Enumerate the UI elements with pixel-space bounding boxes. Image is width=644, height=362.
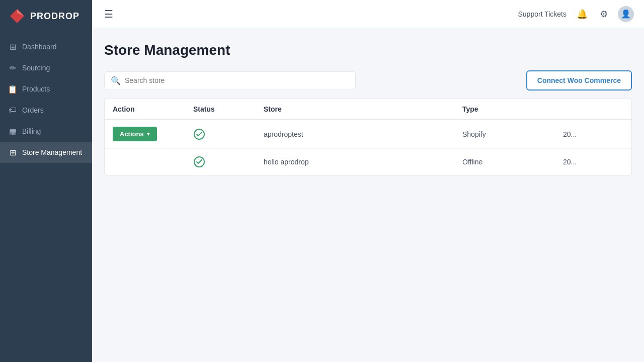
search-input[interactable]: [125, 76, 349, 84]
sidebar-item-label: Products: [22, 85, 50, 93]
table-header: Action Status Store Type: [105, 99, 631, 120]
search-icon: 🔍: [111, 76, 121, 85]
actions-button[interactable]: Actions ▾: [113, 127, 157, 141]
row2-status-cell: [193, 156, 264, 168]
support-tickets-link[interactable]: Support Tickets: [518, 10, 567, 18]
billing-icon: ▦: [8, 127, 17, 136]
column-date: [563, 105, 623, 113]
sourcing-icon: ✏: [8, 63, 17, 72]
sidebar-logo: PRODROP: [0, 0, 92, 32]
column-status: Status: [193, 105, 264, 113]
row1-action-cell: Actions ▾: [113, 127, 193, 141]
table-row: hello aprodrop Offline 20...: [105, 149, 631, 175]
row1-status-cell: [193, 128, 264, 140]
sidebar-item-store-management[interactable]: ⊞ Store Management: [0, 142, 92, 163]
sidebar-item-label: Store Management: [22, 148, 82, 156]
dashboard-icon: ⊞: [8, 42, 17, 51]
row2-type-cell: Offline: [462, 158, 563, 166]
column-store: Store: [264, 105, 462, 113]
actions-label: Actions: [120, 130, 144, 138]
notifications-button[interactable]: 🔔: [575, 7, 590, 22]
sidebar-item-label: Orders: [22, 106, 44, 114]
store-management-icon: ⊞: [8, 148, 17, 157]
header: ☰ Support Tickets 🔔 ⚙ 👤: [92, 0, 644, 28]
main-area: ☰ Support Tickets 🔔 ⚙ 👤 Store Management…: [92, 0, 644, 362]
table-row: Actions ▾ aprodroptest Shopify 20...: [105, 120, 631, 149]
sidebar-nav: ⊞ Dashboard ✏ Sourcing 📋 Products 🏷 Orde…: [0, 36, 92, 163]
sidebar-item-label: Sourcing: [22, 64, 50, 72]
sidebar-item-label: Billing: [22, 127, 41, 135]
connect-woo-commerce-button[interactable]: Connect Woo Commerce: [526, 70, 632, 90]
stores-table: Action Status Store Type Actions ▾: [104, 99, 632, 175]
hamburger-button[interactable]: ☰: [102, 6, 115, 22]
user-avatar[interactable]: 👤: [618, 6, 634, 22]
avatar-icon: 👤: [621, 9, 631, 19]
header-right: Support Tickets 🔔 ⚙ 👤: [518, 6, 634, 22]
prodrop-logo-icon: [8, 7, 26, 25]
gear-icon: ⚙: [600, 9, 608, 20]
sidebar-item-label: Dashboard: [22, 43, 57, 51]
status-check-icon: [193, 156, 205, 168]
sidebar: PRODROP ⊞ Dashboard ✏ Sourcing 📋 Product…: [0, 0, 92, 362]
row1-date-cell: 20...: [563, 130, 623, 138]
products-icon: 📋: [8, 84, 17, 94]
header-left: ☰: [102, 6, 115, 22]
column-action: Action: [113, 105, 193, 113]
chevron-down-icon: ▾: [147, 131, 150, 137]
status-check-icon: [193, 128, 205, 140]
sidebar-item-dashboard[interactable]: ⊞ Dashboard: [0, 36, 92, 57]
sidebar-item-orders[interactable]: 🏷 Orders: [0, 100, 92, 121]
search-box: 🔍: [104, 71, 356, 90]
row1-type-cell: Shopify: [462, 130, 563, 138]
settings-button[interactable]: ⚙: [598, 7, 610, 22]
row2-store-cell: hello aprodrop: [264, 158, 462, 166]
page-content: Store Management 🔍 Connect Woo Commerce …: [92, 28, 644, 362]
orders-icon: 🏷: [8, 106, 17, 115]
row2-date-cell: 20...: [563, 158, 623, 166]
page-title: Store Management: [104, 42, 632, 58]
sidebar-item-billing[interactable]: ▦ Billing: [0, 121, 92, 142]
toolbar: 🔍 Connect Woo Commerce: [104, 70, 632, 90]
sidebar-item-products[interactable]: 📋 Products: [0, 78, 92, 100]
sidebar-item-sourcing[interactable]: ✏ Sourcing: [0, 57, 92, 78]
row1-store-cell: aprodroptest: [264, 130, 462, 138]
bell-icon: 🔔: [577, 9, 588, 20]
brand-name: PRODROP: [30, 11, 79, 22]
column-type: Type: [462, 105, 563, 113]
